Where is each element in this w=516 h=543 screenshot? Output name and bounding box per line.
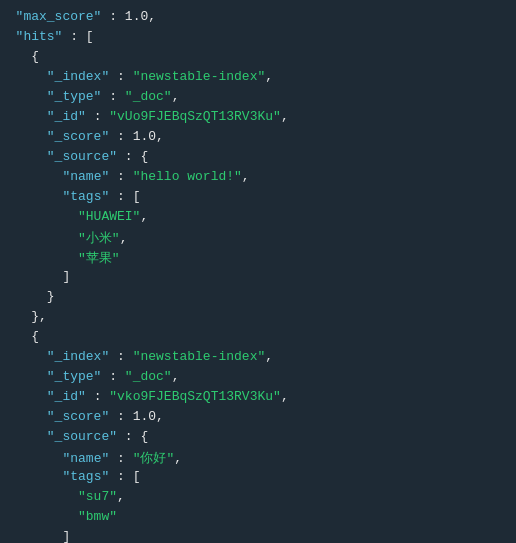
json-key: "_score"	[47, 129, 109, 144]
code-line: "hits" : [	[0, 28, 516, 48]
json-punctuation: : [	[109, 189, 140, 204]
line-content: }	[0, 289, 516, 304]
json-key: "_index"	[47, 69, 109, 84]
json-key: "_type"	[47, 89, 102, 104]
code-line: "HUAWEI",	[0, 208, 516, 228]
json-key: "max_score"	[16, 9, 102, 24]
json-string: "苹果"	[78, 251, 120, 266]
code-line: "_score" : 1.0,	[0, 128, 516, 148]
json-punctuation: :	[109, 451, 132, 466]
json-key: "name"	[62, 451, 109, 466]
code-line: "name" : "你好",	[0, 448, 516, 468]
json-punctuation: },	[31, 309, 47, 324]
line-content: "_id" : "vUo9FJEBqSzQT13RV3Ku",	[0, 109, 516, 124]
json-punctuation: ]	[62, 529, 70, 543]
line-content: "_score" : 1.0,	[0, 129, 516, 144]
json-punctuation: :	[101, 9, 124, 24]
json-punctuation: ,	[120, 231, 128, 246]
code-line: },	[0, 308, 516, 328]
line-content: "HUAWEI",	[0, 209, 516, 224]
json-punctuation: :	[101, 369, 124, 384]
json-key: "tags"	[62, 189, 109, 204]
json-number: 1.0	[133, 129, 156, 144]
json-punctuation: ,	[242, 169, 250, 184]
code-line: "_type" : "_doc",	[0, 88, 516, 108]
json-key: "hits"	[16, 29, 63, 44]
line-content: "name" : "hello world!",	[0, 169, 516, 184]
json-punctuation: :	[86, 389, 109, 404]
json-punctuation: ]	[62, 269, 70, 284]
code-line: "_index" : "newstable-index",	[0, 348, 516, 368]
line-content: "name" : "你好",	[0, 449, 516, 467]
code-line: "tags" : [	[0, 188, 516, 208]
json-punctuation: :	[86, 109, 109, 124]
json-punctuation: :	[109, 349, 132, 364]
line-content: "_score" : 1.0,	[0, 409, 516, 424]
json-key: "_score"	[47, 409, 109, 424]
code-line: }	[0, 288, 516, 308]
line-content: {	[0, 329, 516, 344]
line-content: {	[0, 49, 516, 64]
line-content: "_id" : "vko9FJEBqSzQT13RV3Ku",	[0, 389, 516, 404]
code-line: "_source" : {	[0, 148, 516, 168]
json-string: "su7"	[78, 489, 117, 504]
code-line: "_index" : "newstable-index",	[0, 68, 516, 88]
line-content: },	[0, 309, 516, 324]
json-punctuation: : [	[62, 29, 93, 44]
json-punctuation: :	[109, 169, 132, 184]
json-punctuation: : [	[109, 469, 140, 484]
line-content: "_index" : "newstable-index",	[0, 349, 516, 364]
json-string: "_doc"	[125, 89, 172, 104]
json-number: 1.0	[125, 9, 148, 24]
json-key: "_source"	[47, 429, 117, 444]
json-punctuation: ,	[117, 489, 125, 504]
json-punctuation: ,	[174, 451, 182, 466]
json-string: "newstable-index"	[133, 69, 266, 84]
line-content: ]	[0, 269, 516, 284]
json-punctuation: : {	[117, 429, 148, 444]
code-viewer: "max_score" : 1.0, "hits" : [ { "_index"…	[0, 0, 516, 543]
json-punctuation: :	[109, 409, 132, 424]
line-content: "苹果"	[0, 249, 516, 267]
json-punctuation: ,	[172, 89, 180, 104]
code-line: "tags" : [	[0, 468, 516, 488]
line-content: "_type" : "_doc",	[0, 89, 516, 104]
code-line: "su7",	[0, 488, 516, 508]
code-line: "苹果"	[0, 248, 516, 268]
line-content: "max_score" : 1.0,	[0, 9, 516, 24]
json-key: "_index"	[47, 349, 109, 364]
line-content: "小米",	[0, 229, 516, 247]
json-string: "vko9FJEBqSzQT13RV3Ku"	[109, 389, 281, 404]
json-string: "hello world!"	[133, 169, 242, 184]
line-content: "_type" : "_doc",	[0, 369, 516, 384]
json-punctuation: ,	[156, 129, 164, 144]
json-key: "_id"	[47, 109, 86, 124]
json-key: "name"	[62, 169, 109, 184]
code-line: "_source" : {	[0, 428, 516, 448]
line-content: ]	[0, 529, 516, 543]
json-punctuation: ,	[265, 349, 273, 364]
json-key: "_type"	[47, 369, 102, 384]
code-line: "max_score" : 1.0,	[0, 8, 516, 28]
line-content: "_source" : {	[0, 429, 516, 444]
json-key: "tags"	[62, 469, 109, 484]
json-punctuation: ,	[265, 69, 273, 84]
code-line: "_type" : "_doc",	[0, 368, 516, 388]
json-punctuation: }	[47, 289, 55, 304]
code-line: "_score" : 1.0,	[0, 408, 516, 428]
line-content: "_source" : {	[0, 149, 516, 164]
json-punctuation: :	[109, 69, 132, 84]
json-punctuation: {	[31, 49, 39, 64]
json-string: "vUo9FJEBqSzQT13RV3Ku"	[109, 109, 281, 124]
json-punctuation: ,	[156, 409, 164, 424]
line-content: "tags" : [	[0, 189, 516, 204]
json-key: "_id"	[47, 389, 86, 404]
line-content: "_index" : "newstable-index",	[0, 69, 516, 84]
json-string: "你好"	[133, 451, 175, 466]
line-content: "hits" : [	[0, 29, 516, 44]
json-punctuation: ,	[172, 369, 180, 384]
code-line: {	[0, 328, 516, 348]
code-line: "_id" : "vko9FJEBqSzQT13RV3Ku",	[0, 388, 516, 408]
json-key: "_source"	[47, 149, 117, 164]
code-line: "bmw"	[0, 508, 516, 528]
